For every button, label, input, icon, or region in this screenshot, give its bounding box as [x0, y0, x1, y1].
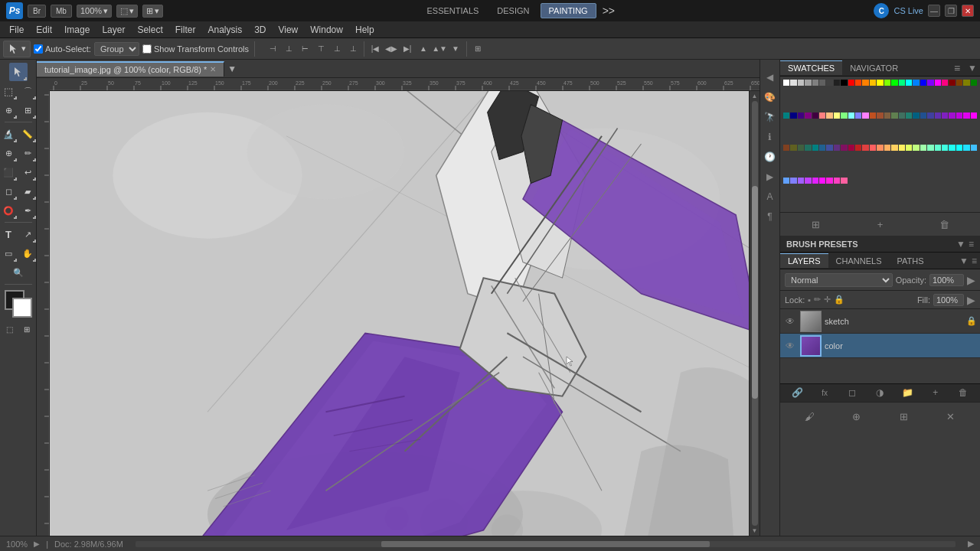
swatch-cell[interactable]: [819, 112, 825, 119]
swatch-cell[interactable]: [798, 80, 804, 86]
layers-menu[interactable]: ≡: [969, 256, 980, 266]
swatch-cell[interactable]: [834, 145, 840, 151]
swatch-cell[interactable]: [790, 145, 796, 151]
screen-mode-btn[interactable]: ⊞: [19, 321, 34, 337]
auto-align-layers[interactable]: ⊞: [470, 41, 485, 57]
swatch-cell[interactable]: [942, 112, 948, 119]
v-scroll-down[interactable]: ▼: [752, 527, 758, 534]
swatch-cell[interactable]: [942, 80, 948, 86]
swatch-cell[interactable]: [899, 145, 905, 151]
workspace-essentials[interactable]: ESSENTIALS: [419, 4, 486, 18]
marquee-tool-btn[interactable]: ⬚: [0, 82, 18, 100]
swatches-collapse[interactable]: ▼: [965, 63, 980, 73]
swatch-cell[interactable]: [971, 145, 977, 151]
background-color[interactable]: [12, 298, 32, 318]
move-tool-btn[interactable]: [9, 63, 28, 81]
swatch-cell[interactable]: [812, 112, 818, 119]
layer-sketch-lock[interactable]: 🔒: [966, 316, 977, 326]
swatch-cell[interactable]: [870, 80, 876, 86]
menu-window[interactable]: Window: [304, 23, 349, 37]
swatch-cell[interactable]: [841, 178, 847, 184]
swatch-cell[interactable]: [913, 80, 919, 86]
layer-mask-btn[interactable]: ◻: [844, 385, 860, 400]
swatch-cell[interactable]: [834, 80, 840, 86]
crop-tool-btn[interactable]: ⊞: [18, 101, 37, 119]
menu-help[interactable]: Help: [349, 23, 381, 37]
swatch-cell[interactable]: [949, 80, 955, 86]
eraser-btn[interactable]: ◻: [0, 182, 18, 201]
rail-navigator[interactable]: 🔭: [762, 109, 779, 126]
swatch-cell[interactable]: [920, 145, 926, 151]
zoom-selector[interactable]: 100% ▾: [77, 5, 112, 18]
clone-stamp-btn[interactable]: ⬛: [0, 163, 18, 181]
mini-bridge-button[interactable]: Mb: [51, 5, 72, 18]
align-middle-v[interactable]: ⊥: [329, 41, 345, 57]
brush-preset-icon[interactable]: 🖌: [802, 409, 818, 425]
swatches-tab[interactable]: SWATCHES: [780, 60, 842, 75]
swatch-cell[interactable]: [942, 145, 948, 151]
extra-icon-3[interactable]: ⊞: [895, 409, 912, 425]
navigator-tab[interactable]: NAVIGATOR: [842, 60, 906, 75]
workspace-design[interactable]: DESIGN: [489, 4, 537, 18]
distribute-middle-v[interactable]: ▲▼: [432, 41, 447, 57]
menu-edit[interactable]: Edit: [30, 23, 58, 37]
brush-presets-menu[interactable]: ≡: [965, 239, 974, 249]
swatch-cell[interactable]: [870, 112, 876, 119]
rail-info[interactable]: ℹ: [762, 129, 779, 145]
lock-position[interactable]: ✛: [824, 295, 831, 305]
window-close-button[interactable]: ✕: [962, 5, 974, 17]
quick-selection-tool-btn[interactable]: ⊕: [0, 101, 18, 119]
swatch-cell[interactable]: [956, 112, 962, 119]
swatch-cell[interactable]: [906, 145, 912, 151]
swatches-new[interactable]: +: [871, 216, 888, 233]
document-tab[interactable]: tutorial_image.jpg @ 100% (color, RGB/8)…: [37, 61, 224, 77]
swatches-panel-menu[interactable]: ≡: [949, 62, 965, 74]
window-collapse-button[interactable]: —: [928, 5, 940, 17]
swatch-cell[interactable]: [891, 145, 897, 151]
menu-select[interactable]: Select: [131, 23, 168, 37]
canvas-viewport[interactable]: [50, 91, 760, 536]
auto-select-dropdown[interactable]: Group Layer: [94, 42, 139, 56]
rail-history[interactable]: 🕐: [762, 148, 779, 165]
distribute-top[interactable]: ▲: [416, 41, 431, 57]
expand-workspaces-button[interactable]: >>: [599, 5, 618, 17]
blend-mode-dropdown[interactable]: Normal Multiply Screen Overlay: [785, 273, 893, 287]
channels-tab[interactable]: CHANNELS: [828, 254, 890, 268]
window-restore-button[interactable]: ❐: [945, 5, 957, 17]
swatch-cell[interactable]: [884, 80, 890, 86]
swatch-cell[interactable]: [956, 145, 962, 151]
distribute-bottom[interactable]: ▼: [448, 41, 463, 57]
swatch-cell[interactable]: [848, 112, 854, 119]
swatch-cell[interactable]: [913, 145, 919, 151]
layer-color-visibility[interactable]: 👁: [783, 339, 797, 353]
ruler-tool-btn[interactable]: 📏: [18, 125, 37, 143]
paths-tab[interactable]: PATHS: [890, 254, 932, 268]
swatch-cell[interactable]: [877, 80, 883, 86]
swatch-cell[interactable]: [790, 80, 796, 86]
menu-view[interactable]: View: [272, 23, 304, 37]
fill-arrow[interactable]: ▶: [967, 294, 975, 306]
adjustment-layer-btn[interactable]: ◑: [872, 385, 887, 400]
tool-options-icon[interactable]: ▾: [3, 41, 31, 57]
swatch-cell[interactable]: [790, 112, 796, 119]
swatch-cell[interactable]: [790, 178, 796, 184]
bridge-button[interactable]: Br: [28, 5, 46, 18]
zoom-tool-btn[interactable]: 🔍: [9, 263, 28, 282]
swatch-cell[interactable]: [949, 145, 955, 151]
rail-paragraph[interactable]: ¶: [762, 208, 779, 225]
align-left[interactable]: ⊣: [265, 41, 280, 57]
menu-layer[interactable]: Layer: [96, 23, 131, 37]
layers-tab[interactable]: LAYERS: [780, 253, 828, 268]
align-center-h[interactable]: ⊥: [281, 41, 296, 57]
opacity-arrow[interactable]: ▶: [967, 274, 975, 286]
swatch-cell[interactable]: [927, 145, 933, 151]
rail-actions[interactable]: ▶: [762, 168, 779, 185]
swatch-cell[interactable]: [877, 112, 883, 119]
swatch-cell[interactable]: [826, 112, 832, 119]
swatch-cell[interactable]: [971, 112, 977, 119]
swatch-cell[interactable]: [805, 178, 811, 184]
distribute-center-h[interactable]: ◀▶: [384, 41, 399, 57]
swatch-cell[interactable]: [826, 80, 832, 86]
eyedropper-tool-btn[interactable]: 🔬: [0, 125, 18, 143]
quick-mask-btn[interactable]: ⬚: [2, 321, 18, 337]
